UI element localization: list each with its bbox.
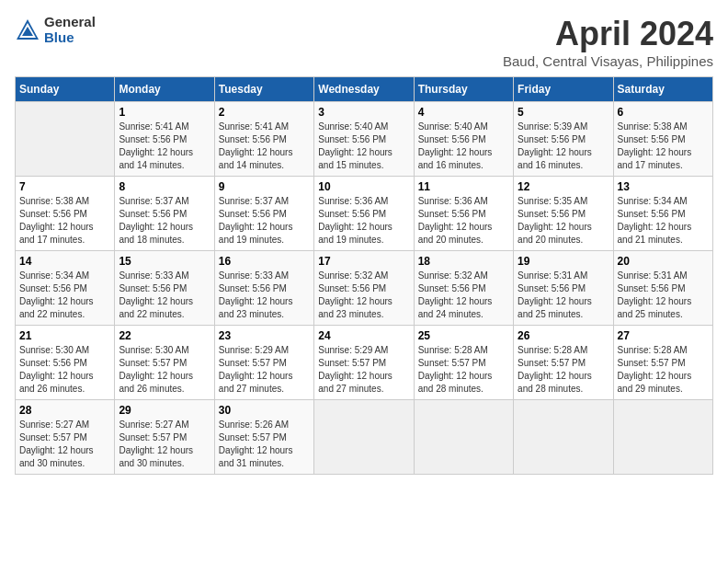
- day-number: 18: [418, 255, 509, 268]
- day-info: Sunrise: 5:38 AM Sunset: 5:56 PM Dayligh…: [19, 195, 110, 247]
- day-number: 24: [318, 329, 409, 342]
- calendar-cell: 18Sunrise: 5:32 AM Sunset: 5:56 PM Dayli…: [414, 251, 513, 326]
- day-number: 17: [318, 255, 409, 268]
- calendar-week-3: 14Sunrise: 5:34 AM Sunset: 5:56 PM Dayli…: [16, 251, 713, 326]
- day-info: Sunrise: 5:31 AM Sunset: 5:56 PM Dayligh…: [618, 270, 709, 321]
- calendar-cell: 21Sunrise: 5:30 AM Sunset: 5:56 PM Dayli…: [16, 326, 115, 400]
- day-number: 10: [318, 180, 409, 193]
- day-info: Sunrise: 5:30 AM Sunset: 5:57 PM Dayligh…: [119, 344, 210, 396]
- calendar-cell: 19Sunrise: 5:31 AM Sunset: 5:56 PM Dayli…: [514, 251, 613, 326]
- header-row: SundayMondayTuesdayWednesdayThursdayFrid…: [16, 77, 713, 102]
- calendar-header: SundayMondayTuesdayWednesdayThursdayFrid…: [16, 77, 713, 102]
- day-number: 25: [418, 329, 509, 342]
- day-number: 11: [418, 180, 509, 193]
- day-info: Sunrise: 5:28 AM Sunset: 5:57 PM Dayligh…: [618, 344, 709, 396]
- title-block: April 2024 Baud, Central Visayas, Philip…: [503, 15, 713, 69]
- day-info: Sunrise: 5:27 AM Sunset: 5:57 PM Dayligh…: [119, 419, 210, 470]
- day-number: 8: [119, 180, 210, 193]
- calendar-cell: 30Sunrise: 5:26 AM Sunset: 5:57 PM Dayli…: [214, 400, 313, 475]
- calendar-cell: 27Sunrise: 5:28 AM Sunset: 5:57 PM Dayli…: [613, 326, 712, 400]
- header-day-sunday: Sunday: [16, 77, 115, 102]
- day-number: 4: [418, 106, 509, 119]
- calendar-cell: 8Sunrise: 5:37 AM Sunset: 5:56 PM Daylig…: [115, 177, 214, 251]
- day-info: Sunrise: 5:35 AM Sunset: 5:56 PM Dayligh…: [518, 195, 609, 247]
- day-number: 14: [19, 255, 110, 268]
- calendar-cell: 15Sunrise: 5:33 AM Sunset: 5:56 PM Dayli…: [115, 251, 214, 326]
- header-day-monday: Monday: [115, 77, 214, 102]
- day-number: 23: [219, 329, 310, 342]
- day-number: 7: [19, 180, 110, 193]
- calendar-cell: 9Sunrise: 5:37 AM Sunset: 5:56 PM Daylig…: [214, 177, 313, 251]
- day-info: Sunrise: 5:29 AM Sunset: 5:57 PM Dayligh…: [219, 344, 310, 396]
- calendar-cell: 10Sunrise: 5:36 AM Sunset: 5:56 PM Dayli…: [314, 177, 414, 251]
- day-number: 29: [119, 404, 210, 417]
- day-info: Sunrise: 5:40 AM Sunset: 5:56 PM Dayligh…: [318, 121, 409, 172]
- calendar-cell: 25Sunrise: 5:28 AM Sunset: 5:57 PM Dayli…: [414, 326, 513, 400]
- calendar-cell: 7Sunrise: 5:38 AM Sunset: 5:56 PM Daylig…: [16, 177, 115, 251]
- day-info: Sunrise: 5:39 AM Sunset: 5:56 PM Dayligh…: [518, 121, 609, 172]
- logo-general-text: General: [44, 15, 96, 30]
- day-info: Sunrise: 5:36 AM Sunset: 5:56 PM Dayligh…: [418, 195, 509, 247]
- day-number: 5: [518, 106, 609, 119]
- day-number: 6: [618, 106, 709, 119]
- day-info: Sunrise: 5:38 AM Sunset: 5:56 PM Dayligh…: [618, 121, 709, 172]
- day-number: 27: [618, 329, 709, 342]
- day-number: 22: [119, 329, 210, 342]
- calendar-cell: 20Sunrise: 5:31 AM Sunset: 5:56 PM Dayli…: [613, 251, 712, 326]
- day-info: Sunrise: 5:37 AM Sunset: 5:56 PM Dayligh…: [219, 195, 310, 247]
- day-info: Sunrise: 5:37 AM Sunset: 5:56 PM Dayligh…: [119, 195, 210, 247]
- calendar-cell: 16Sunrise: 5:33 AM Sunset: 5:56 PM Dayli…: [214, 251, 313, 326]
- main-title: April 2024: [503, 15, 713, 53]
- header-day-thursday: Thursday: [414, 77, 513, 102]
- calendar-cell: 5Sunrise: 5:39 AM Sunset: 5:56 PM Daylig…: [514, 102, 613, 177]
- day-number: 19: [518, 255, 609, 268]
- day-info: Sunrise: 5:29 AM Sunset: 5:57 PM Dayligh…: [318, 344, 409, 396]
- calendar-body: 1Sunrise: 5:41 AM Sunset: 5:56 PM Daylig…: [16, 102, 713, 475]
- header-day-friday: Friday: [514, 77, 613, 102]
- calendar-cell: 12Sunrise: 5:35 AM Sunset: 5:56 PM Dayli…: [514, 177, 613, 251]
- day-number: 1: [119, 106, 210, 119]
- calendar-cell: 13Sunrise: 5:34 AM Sunset: 5:56 PM Dayli…: [613, 177, 712, 251]
- calendar-cell: 29Sunrise: 5:27 AM Sunset: 5:57 PM Dayli…: [115, 400, 214, 475]
- header-day-wednesday: Wednesday: [314, 77, 414, 102]
- calendar-cell: 17Sunrise: 5:32 AM Sunset: 5:56 PM Dayli…: [314, 251, 414, 326]
- day-number: 3: [318, 106, 409, 119]
- calendar-table: SundayMondayTuesdayWednesdayThursdayFrid…: [15, 76, 713, 475]
- day-number: 30: [219, 404, 310, 417]
- logo-icon: [15, 17, 40, 43]
- day-number: 26: [518, 329, 609, 342]
- day-info: Sunrise: 5:41 AM Sunset: 5:56 PM Dayligh…: [119, 121, 210, 172]
- day-number: 13: [618, 180, 709, 193]
- calendar-cell: 24Sunrise: 5:29 AM Sunset: 5:57 PM Dayli…: [314, 326, 414, 400]
- calendar-cell: 14Sunrise: 5:34 AM Sunset: 5:56 PM Dayli…: [16, 251, 115, 326]
- day-info: Sunrise: 5:33 AM Sunset: 5:56 PM Dayligh…: [119, 270, 210, 321]
- day-number: 20: [618, 255, 709, 268]
- day-info: Sunrise: 5:34 AM Sunset: 5:56 PM Dayligh…: [19, 270, 110, 321]
- day-info: Sunrise: 5:30 AM Sunset: 5:56 PM Dayligh…: [19, 344, 110, 396]
- calendar-week-4: 21Sunrise: 5:30 AM Sunset: 5:56 PM Dayli…: [16, 326, 713, 400]
- calendar-cell: [414, 400, 513, 475]
- calendar-week-1: 1Sunrise: 5:41 AM Sunset: 5:56 PM Daylig…: [16, 102, 713, 177]
- day-info: Sunrise: 5:40 AM Sunset: 5:56 PM Dayligh…: [418, 121, 509, 172]
- calendar-cell: 6Sunrise: 5:38 AM Sunset: 5:56 PM Daylig…: [613, 102, 712, 177]
- day-info: Sunrise: 5:28 AM Sunset: 5:57 PM Dayligh…: [518, 344, 609, 396]
- day-info: Sunrise: 5:32 AM Sunset: 5:56 PM Dayligh…: [418, 270, 509, 321]
- day-number: 16: [219, 255, 310, 268]
- calendar-cell: 2Sunrise: 5:41 AM Sunset: 5:56 PM Daylig…: [214, 102, 313, 177]
- day-info: Sunrise: 5:31 AM Sunset: 5:56 PM Dayligh…: [518, 270, 609, 321]
- day-number: 9: [219, 180, 310, 193]
- day-number: 28: [19, 404, 110, 417]
- subtitle: Baud, Central Visayas, Philippines: [503, 53, 713, 69]
- day-info: Sunrise: 5:32 AM Sunset: 5:56 PM Dayligh…: [318, 270, 409, 321]
- day-info: Sunrise: 5:27 AM Sunset: 5:57 PM Dayligh…: [19, 419, 110, 470]
- calendar-cell: [16, 102, 115, 177]
- logo: General Blue: [15, 15, 96, 45]
- day-info: Sunrise: 5:26 AM Sunset: 5:57 PM Dayligh…: [219, 419, 310, 470]
- calendar-cell: 28Sunrise: 5:27 AM Sunset: 5:57 PM Dayli…: [16, 400, 115, 475]
- calendar-week-2: 7Sunrise: 5:38 AM Sunset: 5:56 PM Daylig…: [16, 177, 713, 251]
- calendar-cell: 4Sunrise: 5:40 AM Sunset: 5:56 PM Daylig…: [414, 102, 513, 177]
- calendar-cell: 1Sunrise: 5:41 AM Sunset: 5:56 PM Daylig…: [115, 102, 214, 177]
- day-number: 21: [19, 329, 110, 342]
- day-info: Sunrise: 5:33 AM Sunset: 5:56 PM Dayligh…: [219, 270, 310, 321]
- calendar-week-5: 28Sunrise: 5:27 AM Sunset: 5:57 PM Dayli…: [16, 400, 713, 475]
